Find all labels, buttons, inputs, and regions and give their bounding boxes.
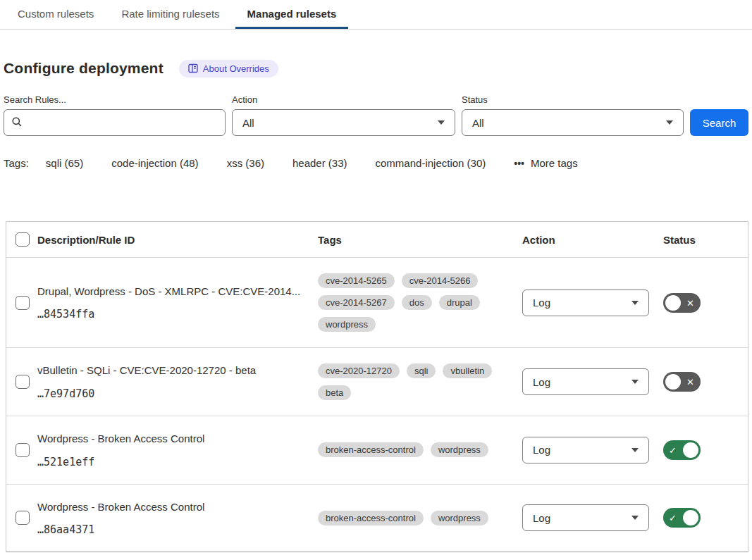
status-filter-value: All xyxy=(472,117,484,129)
toggle-state-icon xyxy=(686,298,694,307)
rule-title: Wordpress - Broken Access Control xyxy=(37,500,301,514)
rule-tags: broken-access-control wordpress xyxy=(318,511,522,525)
tag-pill: cve-2020-12720 xyxy=(318,363,400,378)
row-checkbox[interactable] xyxy=(16,443,30,457)
toggle-state-icon xyxy=(669,445,677,454)
rule-status-toggle[interactable] xyxy=(663,508,701,528)
tag-pill: sqli xyxy=(407,363,436,378)
action-filter-label: Action xyxy=(232,94,455,105)
action-filter-group: Action All xyxy=(232,94,455,136)
table-row: vBulletin - SQLi - CVE:CVE-2020-12720 - … xyxy=(6,348,748,416)
rule-id: …86aa4371 xyxy=(37,523,301,536)
rule-tags: cve-2020-12720 sqli vbulletin beta xyxy=(318,363,522,400)
row-checkbox[interactable] xyxy=(16,296,30,310)
rule-status-toggle[interactable] xyxy=(663,372,701,392)
rule-id: …7e97d760 xyxy=(37,387,301,400)
toggle-state-icon xyxy=(686,378,694,387)
rule-status-toggle[interactable] xyxy=(663,440,701,460)
about-overrides-badge[interactable]: About Overrides xyxy=(179,60,278,77)
tag-pill: wordpress xyxy=(431,442,488,457)
more-tags-link[interactable]: ••• More tags xyxy=(514,157,577,169)
column-header-description: Description/Rule ID xyxy=(37,234,318,246)
more-tags-label: More tags xyxy=(531,157,578,169)
tags-bar-label: Tags: xyxy=(4,157,29,169)
search-icon xyxy=(11,116,23,130)
rule-action-select[interactable]: Log xyxy=(522,437,649,463)
chevron-down-icon xyxy=(631,448,639,452)
search-input[interactable] xyxy=(28,117,218,129)
action-filter-select[interactable]: All xyxy=(232,109,455,136)
rule-action-value: Log xyxy=(533,512,550,524)
column-header-action: Action xyxy=(522,234,663,246)
heading-row: Configure deployment About Overrides xyxy=(4,58,752,79)
chevron-down-icon xyxy=(438,120,445,125)
toggle-knob xyxy=(665,295,681,311)
chevron-down-icon xyxy=(631,380,639,384)
filters-row: Search Rules... Action All Status All Se… xyxy=(4,94,748,136)
table-row: Wordpress - Broken Access Control …86aa4… xyxy=(6,485,748,552)
rule-title: vBulletin - SQLi - CVE:CVE-2020-12720 - … xyxy=(37,363,301,378)
tag-pill: cve-2014-5265 xyxy=(318,273,395,288)
tag-pill: beta xyxy=(318,385,351,400)
search-input-wrap xyxy=(4,109,226,136)
ellipsis-icon: ••• xyxy=(514,158,524,168)
column-header-status: Status xyxy=(663,234,748,246)
rule-action-value: Log xyxy=(533,297,550,309)
tag-pill: drupal xyxy=(439,295,480,310)
tab-custom-rulesets[interactable]: Custom rulesets xyxy=(6,0,106,29)
rule-title: Wordpress - Broken Access Control xyxy=(37,432,301,446)
ruleset-tabbar: Custom rulesets Rate limiting rulesets M… xyxy=(0,0,752,30)
managed-rules-table: Description/Rule ID Tags Action Status D… xyxy=(6,221,748,552)
tab-rate-limiting-rulesets[interactable]: Rate limiting rulesets xyxy=(109,0,231,29)
row-checkbox[interactable] xyxy=(16,375,30,389)
status-filter-label: Status xyxy=(462,94,684,105)
row-checkbox[interactable] xyxy=(16,511,30,525)
chevron-down-icon xyxy=(631,516,639,520)
toggle-knob xyxy=(683,442,698,458)
tag-pill: cve-2014-5266 xyxy=(402,273,479,288)
tag-pill: cve-2014-5267 xyxy=(318,295,395,310)
chevron-down-icon xyxy=(666,120,673,125)
search-field-group: Search Rules... xyxy=(4,94,226,136)
tag-pill: broken-access-control xyxy=(318,511,424,525)
toggle-knob xyxy=(683,510,698,525)
rule-id: …84534ffa xyxy=(37,308,301,321)
table-header-row: Description/Rule ID Tags Action Status xyxy=(6,222,748,258)
rule-action-value: Log xyxy=(533,376,550,388)
rule-action-value: Log xyxy=(533,444,550,456)
tag-link-xss[interactable]: xss (36) xyxy=(227,157,264,169)
rule-status-toggle[interactable] xyxy=(663,293,701,313)
toggle-knob xyxy=(665,374,681,390)
tag-pill: wordpress xyxy=(431,511,488,525)
select-all-checkbox[interactable] xyxy=(16,232,30,247)
status-filter-group: Status All xyxy=(462,94,684,136)
rule-title: Drupal, Wordpress - DoS - XMLRPC - CVE:C… xyxy=(37,285,301,299)
toggle-state-icon xyxy=(669,514,677,523)
search-label: Search Rules... xyxy=(4,94,226,105)
tag-pill: dos xyxy=(402,295,432,310)
tag-link-sqli[interactable]: sqli (65) xyxy=(46,157,83,169)
tag-pill: broken-access-control xyxy=(318,442,424,457)
rule-id: …521e1eff xyxy=(37,456,301,468)
tag-link-code-injection[interactable]: code-injection (48) xyxy=(111,157,198,169)
rule-action-select[interactable]: Log xyxy=(522,504,649,531)
tag-pill: wordpress xyxy=(318,317,376,332)
chevron-down-icon xyxy=(631,301,639,305)
rule-tags: cve-2014-5265 cve-2014-5266 cve-2014-526… xyxy=(318,273,522,332)
tag-pill: vbulletin xyxy=(443,363,492,378)
page-title: Configure deployment xyxy=(4,60,164,77)
rule-tags: broken-access-control wordpress xyxy=(318,442,522,457)
column-header-tags: Tags xyxy=(318,234,522,246)
tags-bar: Tags: sqli (65) code-injection (48) xss … xyxy=(4,157,752,169)
search-button[interactable]: Search xyxy=(690,109,748,136)
rule-action-select[interactable]: Log xyxy=(522,368,649,395)
action-filter-value: All xyxy=(242,117,254,129)
status-filter-select[interactable]: All xyxy=(462,109,684,136)
about-overrides-label: About Overrides xyxy=(203,63,269,74)
rule-action-select[interactable]: Log xyxy=(522,290,649,316)
tag-link-command-injection[interactable]: command-injection (30) xyxy=(376,157,486,169)
book-icon xyxy=(188,63,198,73)
tab-managed-rulesets[interactable]: Managed rulesets xyxy=(235,0,349,29)
tag-link-header[interactable]: header (33) xyxy=(292,157,347,169)
table-row: Drupal, Wordpress - DoS - XMLRPC - CVE:C… xyxy=(6,258,748,348)
